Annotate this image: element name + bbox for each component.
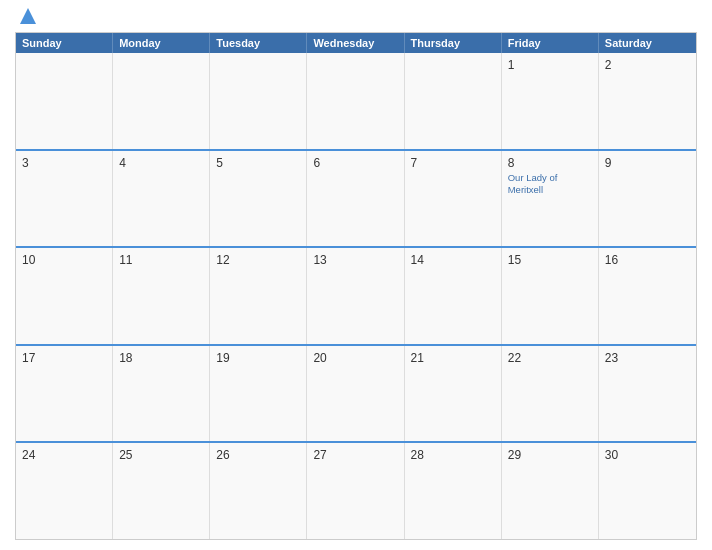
logo-flag-icon: [18, 6, 38, 26]
weekday-header-wednesday: Wednesday: [307, 33, 404, 53]
calendar-weekday-header: SundayMondayTuesdayWednesdayThursdayFrid…: [16, 33, 696, 53]
calendar-cell: 28: [405, 443, 502, 539]
day-number: 10: [22, 253, 106, 267]
day-number: 26: [216, 448, 300, 462]
day-number: 28: [411, 448, 495, 462]
calendar-cell: 24: [16, 443, 113, 539]
holiday-label: Our Lady of Meritxell: [508, 172, 592, 197]
day-number: 1: [508, 58, 592, 72]
calendar-cell: [210, 53, 307, 149]
weekday-header-saturday: Saturday: [599, 33, 696, 53]
weekday-header-friday: Friday: [502, 33, 599, 53]
day-number: 19: [216, 351, 300, 365]
calendar-cell: 20: [307, 346, 404, 442]
calendar-row-3: 17181920212223: [16, 344, 696, 442]
calendar-cell: 12: [210, 248, 307, 344]
calendar-cell: 13: [307, 248, 404, 344]
weekday-header-thursday: Thursday: [405, 33, 502, 53]
calendar-cell: 16: [599, 248, 696, 344]
day-number: 18: [119, 351, 203, 365]
calendar-cell: 7: [405, 151, 502, 247]
day-number: 30: [605, 448, 690, 462]
calendar-cell: 14: [405, 248, 502, 344]
page-header: [15, 10, 697, 26]
logo: [15, 10, 38, 26]
day-number: 24: [22, 448, 106, 462]
day-number: 16: [605, 253, 690, 267]
calendar-cell: 9: [599, 151, 696, 247]
calendar-cell: 2: [599, 53, 696, 149]
calendar-cell: 30: [599, 443, 696, 539]
day-number: 4: [119, 156, 203, 170]
calendar-cell: 29: [502, 443, 599, 539]
calendar-row-1: 345678Our Lady of Meritxell9: [16, 149, 696, 247]
calendar-cell: 22: [502, 346, 599, 442]
day-number: 7: [411, 156, 495, 170]
day-number: 12: [216, 253, 300, 267]
calendar-cell: [113, 53, 210, 149]
calendar-cell: 3: [16, 151, 113, 247]
calendar-cell: 26: [210, 443, 307, 539]
calendar-cell: 18: [113, 346, 210, 442]
day-number: 21: [411, 351, 495, 365]
calendar-cell: 15: [502, 248, 599, 344]
calendar-cell: [16, 53, 113, 149]
day-number: 15: [508, 253, 592, 267]
calendar-cell: 8Our Lady of Meritxell: [502, 151, 599, 247]
day-number: 6: [313, 156, 397, 170]
calendar-grid: SundayMondayTuesdayWednesdayThursdayFrid…: [15, 32, 697, 540]
calendar-cell: 23: [599, 346, 696, 442]
calendar-row-0: 12: [16, 53, 696, 149]
calendar-page: SundayMondayTuesdayWednesdayThursdayFrid…: [0, 0, 712, 550]
calendar-cell: 25: [113, 443, 210, 539]
calendar-cell: 6: [307, 151, 404, 247]
calendar-cell: 11: [113, 248, 210, 344]
day-number: 17: [22, 351, 106, 365]
day-number: 3: [22, 156, 106, 170]
day-number: 2: [605, 58, 690, 72]
weekday-header-monday: Monday: [113, 33, 210, 53]
day-number: 25: [119, 448, 203, 462]
calendar-cell: 5: [210, 151, 307, 247]
svg-marker-0: [20, 8, 36, 24]
calendar-cell: 17: [16, 346, 113, 442]
day-number: 13: [313, 253, 397, 267]
calendar-cell: [405, 53, 502, 149]
day-number: 9: [605, 156, 690, 170]
calendar-row-4: 24252627282930: [16, 441, 696, 539]
calendar-row-2: 10111213141516: [16, 246, 696, 344]
calendar-cell: 27: [307, 443, 404, 539]
weekday-header-sunday: Sunday: [16, 33, 113, 53]
calendar-cell: 10: [16, 248, 113, 344]
day-number: 22: [508, 351, 592, 365]
calendar-cell: 1: [502, 53, 599, 149]
day-number: 11: [119, 253, 203, 267]
calendar-body: 12345678Our Lady of Meritxell91011121314…: [16, 53, 696, 539]
calendar-cell: [307, 53, 404, 149]
day-number: 27: [313, 448, 397, 462]
day-number: 14: [411, 253, 495, 267]
day-number: 23: [605, 351, 690, 365]
day-number: 5: [216, 156, 300, 170]
day-number: 29: [508, 448, 592, 462]
calendar-cell: 21: [405, 346, 502, 442]
calendar-cell: 19: [210, 346, 307, 442]
calendar-cell: 4: [113, 151, 210, 247]
day-number: 20: [313, 351, 397, 365]
weekday-header-tuesday: Tuesday: [210, 33, 307, 53]
day-number: 8: [508, 156, 592, 170]
